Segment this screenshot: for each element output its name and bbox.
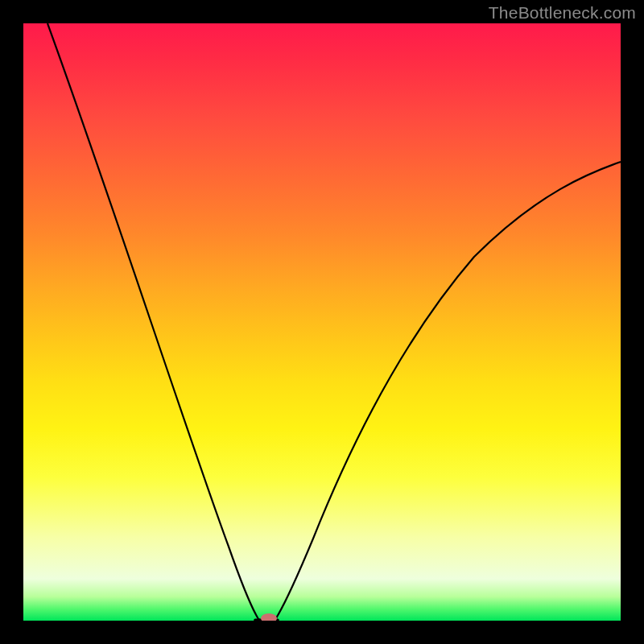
curve-layer bbox=[23, 23, 621, 621]
bottleneck-curve-left bbox=[47, 23, 261, 621]
chart-frame: TheBottleneck.com bbox=[0, 0, 644, 644]
minimum-marker bbox=[261, 613, 277, 621]
plot-area bbox=[23, 23, 621, 621]
bottleneck-curve-right bbox=[275, 162, 621, 621]
watermark-text: TheBottleneck.com bbox=[489, 3, 636, 23]
